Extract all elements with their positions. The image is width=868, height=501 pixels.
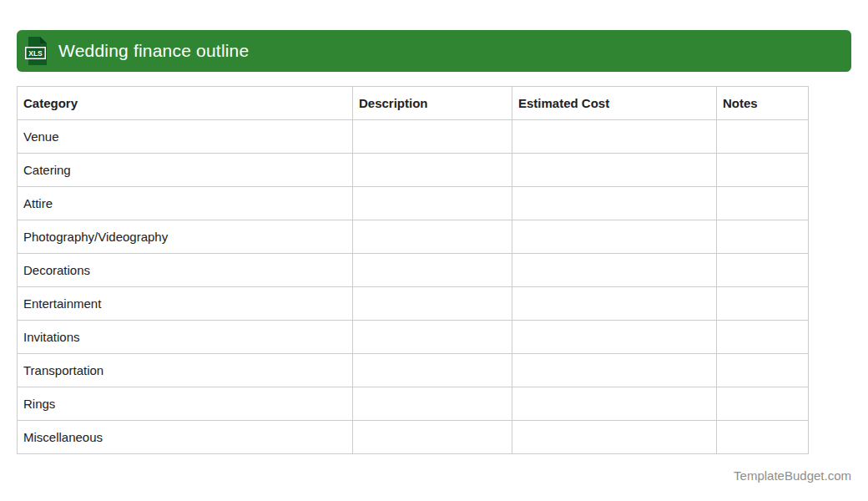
xls-icon-label: XLS [28,49,43,58]
table-row: Venue [18,120,809,154]
notes-cell [717,220,809,254]
table-header-row: Category Description Estimated Cost Note… [18,87,809,120]
template-header-bar: XLS Wedding finance outline [17,30,851,72]
table-row: Photography/Videography [18,220,809,254]
table-row: Decorations [18,254,809,287]
notes-cell [717,120,809,154]
estimated-cost-cell [512,321,717,354]
column-header-category: Category [18,87,353,120]
table-row: Attire [18,187,809,220]
estimated-cost-cell [512,354,717,387]
description-cell [353,354,512,387]
category-cell: Invitations [18,321,353,354]
category-cell: Transportation [18,354,353,387]
category-cell: Decorations [18,254,353,287]
estimated-cost-cell [512,154,717,187]
category-cell: Miscellaneous [18,421,353,454]
estimated-cost-cell [512,187,717,220]
estimated-cost-cell [512,120,717,154]
column-header-estimated-cost: Estimated Cost [512,87,717,120]
table-row: Entertainment [18,287,809,321]
category-cell: Attire [18,187,353,220]
notes-cell [717,154,809,187]
table-row: Invitations [18,321,809,354]
budget-table: Category Description Estimated Cost Note… [17,86,809,454]
template-page: XLS Wedding finance outline Category Des… [0,0,868,501]
estimated-cost-cell [512,220,717,254]
notes-cell [717,421,809,454]
notes-cell [717,287,809,321]
description-cell [353,321,512,354]
description-cell [353,421,512,454]
category-cell: Entertainment [18,287,353,321]
table-row: Transportation [18,354,809,387]
estimated-cost-cell [512,387,717,421]
category-cell: Venue [18,120,353,154]
category-cell: Rings [18,387,353,421]
table-row: Catering [18,154,809,187]
notes-cell [717,254,809,287]
description-cell [353,187,512,220]
description-cell [353,120,512,154]
estimated-cost-cell [512,287,717,321]
description-cell [353,287,512,321]
notes-cell [717,321,809,354]
column-header-notes: Notes [717,87,809,120]
site-credit: TemplateBudget.com [734,468,851,483]
xls-file-icon: XLS [25,37,47,65]
description-cell [353,220,512,254]
category-cell: Photography/Videography [18,220,353,254]
notes-cell [717,187,809,220]
notes-cell [717,354,809,387]
estimated-cost-cell [512,254,717,287]
page-title: Wedding finance outline [58,41,249,61]
notes-cell [717,387,809,421]
description-cell [353,254,512,287]
description-cell [353,387,512,421]
estimated-cost-cell [512,421,717,454]
column-header-description: Description [353,87,512,120]
category-cell: Catering [18,154,353,187]
table-row: Rings [18,387,809,421]
description-cell [353,154,512,187]
table-row: Miscellaneous [18,421,809,454]
